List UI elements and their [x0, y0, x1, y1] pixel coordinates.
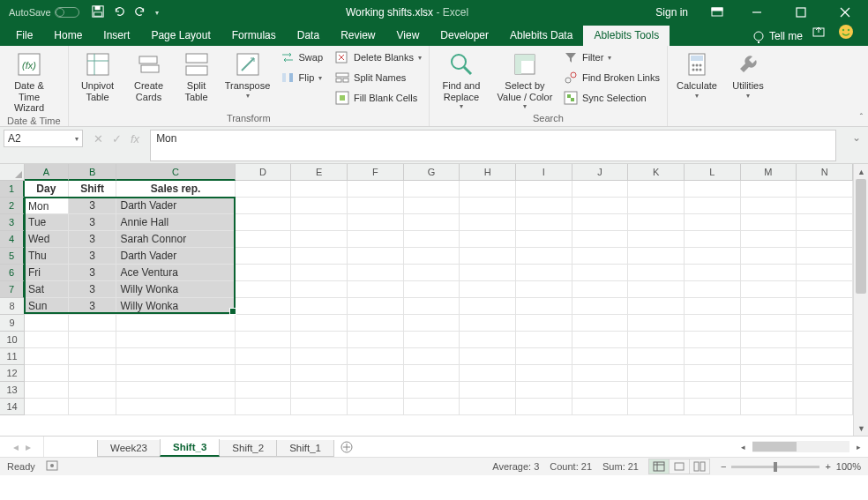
- cell[interactable]: [236, 231, 292, 248]
- cell[interactable]: Ace Ventura: [116, 265, 235, 281]
- cell[interactable]: [516, 198, 572, 214]
- cell[interactable]: Sat: [25, 281, 69, 298]
- cell[interactable]: Fri: [25, 265, 69, 281]
- cell[interactable]: [741, 248, 797, 265]
- cell[interactable]: [685, 332, 741, 348]
- cell[interactable]: [516, 231, 572, 248]
- page-break-view-button[interactable]: [689, 459, 710, 474]
- cell[interactable]: [572, 181, 629, 198]
- maximize-button[interactable]: [782, 0, 820, 25]
- close-button[interactable]: [826, 0, 864, 25]
- cell[interactable]: Darth Vader: [116, 248, 235, 265]
- split-names-button[interactable]: Split Names: [335, 69, 422, 86]
- cancel-icon[interactable]: ✕: [94, 132, 103, 146]
- utilities-button[interactable]: Utilities ▾: [726, 49, 770, 101]
- cell[interactable]: [741, 399, 797, 415]
- cell[interactable]: [516, 298, 572, 315]
- cell[interactable]: [404, 198, 460, 214]
- cell[interactable]: [516, 214, 572, 231]
- cell[interactable]: [572, 348, 629, 365]
- cell[interactable]: [797, 348, 853, 365]
- cell[interactable]: [116, 382, 235, 399]
- cell[interactable]: [348, 365, 404, 382]
- cell[interactable]: [516, 248, 572, 265]
- cell[interactable]: [460, 265, 516, 281]
- row-header[interactable]: 13: [0, 382, 25, 399]
- cell[interactable]: [116, 365, 235, 382]
- cell[interactable]: [797, 231, 853, 248]
- cell[interactable]: [116, 399, 235, 415]
- column-header[interactable]: F: [348, 164, 404, 181]
- tab-developer[interactable]: Developer: [430, 26, 499, 46]
- cell[interactable]: [460, 281, 516, 298]
- cell[interactable]: [291, 382, 348, 399]
- cell[interactable]: [348, 248, 404, 265]
- row-header[interactable]: 3: [0, 214, 25, 231]
- cell[interactable]: [236, 198, 292, 214]
- save-icon[interactable]: [92, 5, 104, 20]
- cell[interactable]: [685, 365, 741, 382]
- row-header[interactable]: 9: [0, 315, 25, 332]
- cell[interactable]: Willy Wonka: [116, 298, 235, 315]
- select-all-button[interactable]: [0, 164, 25, 181]
- column-header[interactable]: L: [685, 164, 741, 181]
- cell[interactable]: [460, 231, 516, 248]
- cell[interactable]: [348, 315, 404, 332]
- tab-ablebits-tools[interactable]: Ablebits Tools: [583, 26, 670, 46]
- transpose-button[interactable]: Transpose ▾: [222, 49, 273, 101]
- tab-insert[interactable]: Insert: [93, 26, 140, 46]
- cell[interactable]: [628, 298, 685, 315]
- cell[interactable]: [741, 365, 797, 382]
- cell[interactable]: [25, 348, 69, 365]
- cell[interactable]: [797, 248, 853, 265]
- cell[interactable]: [685, 214, 741, 231]
- cell[interactable]: [404, 214, 460, 231]
- tab-page-layout[interactable]: Page Layout: [140, 26, 221, 46]
- row-header[interactable]: 8: [0, 298, 25, 315]
- cell[interactable]: 3: [69, 265, 117, 281]
- cell[interactable]: [741, 198, 797, 214]
- cell[interactable]: [404, 281, 460, 298]
- cell[interactable]: [628, 348, 685, 365]
- expand-formula-bar-icon[interactable]: ⌄: [852, 130, 864, 144]
- cell[interactable]: [291, 399, 348, 415]
- cell[interactable]: [404, 298, 460, 315]
- cell[interactable]: [741, 181, 797, 198]
- cell[interactable]: [291, 298, 348, 315]
- tab-file[interactable]: File: [5, 26, 43, 46]
- cell[interactable]: [628, 399, 685, 415]
- enter-icon[interactable]: ✓: [112, 132, 122, 146]
- column-header[interactable]: D: [236, 164, 292, 181]
- cell[interactable]: [348, 181, 404, 198]
- cell[interactable]: [404, 248, 460, 265]
- fill-blank-cells-button[interactable]: Fill Blank Cells: [335, 89, 422, 107]
- cells-area[interactable]: DayShiftSales rep.Mon3Darth VaderTue3Ann…: [25, 181, 853, 436]
- cell[interactable]: [25, 382, 69, 399]
- cell[interactable]: [291, 348, 348, 365]
- cell[interactable]: [291, 248, 348, 265]
- cell[interactable]: [741, 281, 797, 298]
- cell[interactable]: [797, 332, 853, 348]
- cell[interactable]: [516, 382, 572, 399]
- cell[interactable]: [236, 298, 292, 315]
- cell[interactable]: [628, 382, 685, 399]
- horizontal-scrollbar[interactable]: ◂ ▸: [360, 437, 868, 457]
- filter-button[interactable]: Filter ▾: [564, 49, 660, 66]
- swap-button[interactable]: Swap: [281, 49, 324, 66]
- column-header[interactable]: K: [628, 164, 685, 181]
- share-icon[interactable]: [812, 25, 826, 41]
- cell[interactable]: [25, 332, 69, 348]
- cell[interactable]: [572, 315, 629, 332]
- cell[interactable]: [628, 265, 685, 281]
- cell[interactable]: 3: [69, 198, 117, 214]
- cell[interactable]: Thu: [25, 248, 69, 265]
- cell[interactable]: [348, 348, 404, 365]
- cell[interactable]: [460, 248, 516, 265]
- cell[interactable]: 3: [69, 281, 117, 298]
- cell[interactable]: [572, 248, 629, 265]
- cell[interactable]: [236, 248, 292, 265]
- cell[interactable]: [291, 181, 348, 198]
- unpivot-table-button[interactable]: Unpivot Table: [76, 49, 120, 104]
- cell[interactable]: [516, 181, 572, 198]
- scroll-left-icon[interactable]: ◂: [736, 439, 751, 454]
